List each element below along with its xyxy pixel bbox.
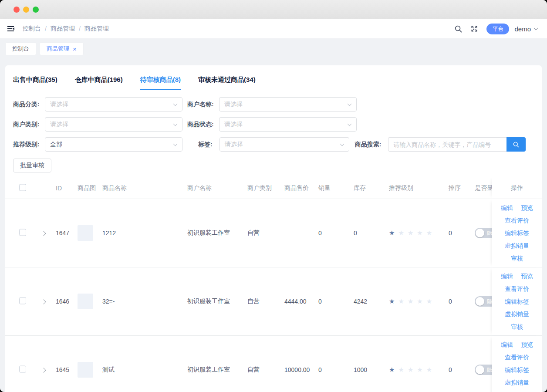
sidebar-collapse-icon[interactable] <box>6 24 16 34</box>
tag-filter-label: 标签: <box>198 141 213 149</box>
view-reviews-link[interactable]: 查看评价 <box>505 285 529 292</box>
chevron-down-icon <box>173 102 178 106</box>
app-window: 控制台 / 商品管理 / 商品管理 平台 demo <box>0 0 547 392</box>
product-price: 4444.00 <box>284 298 307 305</box>
edit-tags-link[interactable]: 编辑标签 <box>505 366 529 373</box>
row-actions: 编辑 预览 查看评价 编辑标签 虚拟销量 审核 <box>492 336 542 392</box>
page-tags-bar: 控制台 商品管理 × <box>0 38 547 55</box>
tag-product-management[interactable]: 商品管理 × <box>40 42 84 55</box>
tab-in-warehouse[interactable]: 仓库中商品(196) <box>75 76 123 90</box>
table-row: 1647 1212 初识服装工作室 自营 0 0 ★★★★★ 0 隐藏 <box>5 199 542 267</box>
header-image: 商品图 <box>78 184 96 192</box>
main-area: 控制台 商品管理 × 出售中商品(35) 仓库中商品(196) 待审核商品(8)… <box>0 38 547 392</box>
product-category-label: 商品分类: <box>13 101 41 108</box>
merchant-type-select[interactable]: 请选择 <box>45 117 182 132</box>
product-id: 1645 <box>56 366 69 373</box>
bulk-review-button[interactable]: 批量审核 <box>13 159 51 172</box>
search-button[interactable] <box>506 137 526 152</box>
select-placeholder: 请选择 <box>224 101 243 108</box>
product-id: 1647 <box>56 230 69 237</box>
product-status-select[interactable]: 请选择 <box>219 117 357 132</box>
product-status-label: 商品状态: <box>187 121 216 128</box>
expand-row-icon[interactable] <box>42 298 45 305</box>
table-row: 1645 测试 初识服装工作室 自营 10000.00 0 1000 ★★★★★… <box>5 336 542 392</box>
chevron-down-icon <box>340 142 344 146</box>
zoom-window-button[interactable] <box>33 7 39 13</box>
toggle-knob <box>476 297 484 306</box>
edit-link[interactable]: 编辑 <box>501 273 513 280</box>
toggle-knob <box>476 365 484 374</box>
recommend-rating[interactable]: ★★★★★ <box>389 366 436 374</box>
row-checkbox[interactable] <box>19 297 26 304</box>
product-search-input[interactable] <box>388 137 506 152</box>
recommend-rating[interactable]: ★★★★★ <box>389 297 436 305</box>
sort-value: 0 <box>449 230 452 237</box>
role-badge: 平台 <box>486 24 509 34</box>
product-image <box>78 225 93 241</box>
product-table: ID 商品图 商品名称 商户名称 商户类别 商品售价 销量 库存 推荐级别 排序… <box>5 177 542 392</box>
preview-link[interactable]: 预览 <box>521 341 533 348</box>
chevron-down-icon <box>534 26 538 30</box>
merchant-name-label: 商户名称: <box>187 101 216 108</box>
virtual-sales-link[interactable]: 虚拟销量 <box>505 311 529 318</box>
merchant-type: 自营 <box>247 229 260 237</box>
review-link[interactable]: 审核 <box>511 323 523 330</box>
preview-link[interactable]: 预览 <box>521 273 533 280</box>
merchant-name-select[interactable]: 请选择 <box>219 97 357 112</box>
merchant-type: 自营 <box>247 297 260 305</box>
edit-link[interactable]: 编辑 <box>501 341 513 348</box>
recommend-level-select[interactable]: 全部 <box>45 137 182 152</box>
breadcrumb-item-current: 商品管理 <box>84 25 109 33</box>
expand-row-icon[interactable] <box>42 366 45 373</box>
merchant-name: 初识服装工作室 <box>187 229 230 237</box>
close-tag-icon[interactable]: × <box>73 46 77 52</box>
breadcrumb-item-console[interactable]: 控制台 <box>23 25 41 33</box>
virtual-sales-link[interactable]: 虚拟销量 <box>505 242 529 249</box>
tab-review-failed[interactable]: 审核未通过商品(34) <box>198 76 256 90</box>
row-actions: 编辑 预览 查看评价 编辑标签 虚拟销量 审核 <box>492 267 542 335</box>
content-card: 出售中商品(35) 仓库中商品(196) 待审核商品(8) 审核未通过商品(34… <box>5 65 542 392</box>
tag-select[interactable]: 请选择 <box>219 137 349 152</box>
minimize-window-button[interactable] <box>23 7 29 13</box>
search-icon[interactable] <box>454 24 463 33</box>
titlebar <box>0 0 547 19</box>
edit-tags-link[interactable]: 编辑标签 <box>505 230 529 237</box>
user-menu[interactable]: demo <box>514 25 537 33</box>
header-sales: 销量 <box>318 184 331 192</box>
header-stock: 库存 <box>354 184 366 192</box>
breadcrumb-item-product-management[interactable]: 商品管理 <box>51 25 75 33</box>
select-value: 全部 <box>50 141 62 149</box>
select-placeholder: 请选择 <box>50 101 68 108</box>
expand-row-icon[interactable] <box>42 230 45 237</box>
close-window-button[interactable] <box>14 7 20 13</box>
product-image <box>78 362 93 378</box>
tag-console[interactable]: 控制台 <box>5 42 36 55</box>
row-checkbox[interactable] <box>19 366 26 373</box>
header-actions-label: 操作 <box>511 184 523 192</box>
header-id: ID <box>56 185 62 192</box>
virtual-sales-link[interactable]: 虚拟销量 <box>505 379 529 386</box>
tab-on-sale[interactable]: 出售中商品(35) <box>13 76 57 90</box>
view-reviews-link[interactable]: 查看评价 <box>505 354 529 361</box>
edit-link[interactable]: 编辑 <box>501 204 513 211</box>
select-all-checkbox[interactable] <box>19 184 26 191</box>
product-name: 1212 <box>102 230 116 237</box>
preview-link[interactable]: 预览 <box>521 204 533 211</box>
tab-pending-review[interactable]: 待审核商品(8) <box>140 76 181 90</box>
merchant-name: 初识服装工作室 <box>187 366 230 374</box>
recommend-rating[interactable]: ★★★★★ <box>389 229 436 237</box>
app-header: 控制台 / 商品管理 / 商品管理 平台 demo <box>0 19 547 38</box>
product-category-select[interactable]: 请选择 <box>45 97 182 112</box>
product-sales: 0 <box>318 230 322 237</box>
edit-tags-link[interactable]: 编辑标签 <box>505 298 529 305</box>
search-icon <box>513 141 520 148</box>
view-reviews-link[interactable]: 查看评价 <box>505 217 529 224</box>
product-search-group <box>388 137 526 152</box>
row-checkbox[interactable] <box>19 229 26 236</box>
header-merchant-type: 商户类别 <box>247 184 272 192</box>
review-link[interactable]: 审核 <box>511 255 523 262</box>
chevron-down-icon <box>348 122 352 126</box>
fullscreen-icon[interactable] <box>470 24 479 33</box>
chevron-down-icon <box>348 102 352 106</box>
merchant-type: 自营 <box>247 366 260 374</box>
